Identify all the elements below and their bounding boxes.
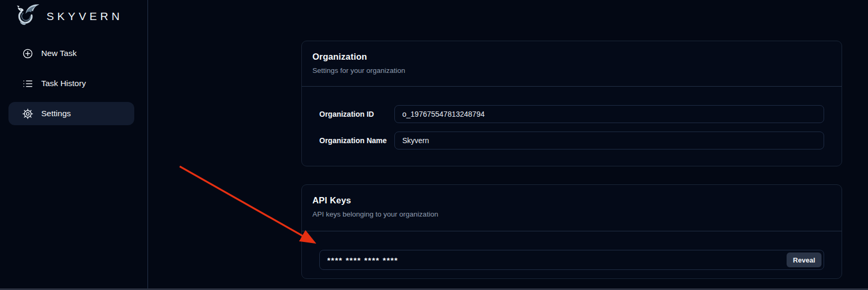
skyvern-dragon-logo-icon bbox=[13, 2, 40, 31]
sidebar-item-new-task[interactable]: New Task bbox=[0, 42, 147, 65]
organization-name-label: Organization Name bbox=[319, 136, 394, 145]
sidebar-item-settings[interactable]: Settings bbox=[8, 102, 134, 125]
api-keys-card-header: API Keys API keys belonging to your orga… bbox=[302, 185, 842, 231]
plus-circle-icon bbox=[22, 48, 33, 59]
sidebar-item-label: Settings bbox=[41, 109, 71, 118]
organization-card-body: Organization ID Organization Name bbox=[302, 87, 842, 149]
api-key-masked-input[interactable] bbox=[319, 250, 824, 270]
gear-icon bbox=[22, 108, 33, 119]
organization-card-subtitle: Settings for your organization bbox=[312, 67, 829, 74]
organization-name-input[interactable] bbox=[394, 132, 824, 149]
organization-card-title: Organization bbox=[312, 52, 829, 62]
api-key-field: Reveal bbox=[319, 250, 824, 270]
sidebar: SKYVERN New Task Task History bbox=[0, 0, 148, 290]
organization-card-header: Organization Settings for your organizat… bbox=[302, 41, 842, 87]
organization-id-row: Organization ID bbox=[319, 105, 824, 123]
brand-name: SKYVERN bbox=[47, 10, 123, 23]
api-keys-card: API Keys API keys belonging to your orga… bbox=[301, 184, 842, 279]
organization-id-label: Organization ID bbox=[319, 110, 394, 118]
reveal-button[interactable]: Reveal bbox=[787, 252, 821, 267]
organization-card: Organization Settings for your organizat… bbox=[301, 41, 842, 166]
api-keys-card-title: API Keys bbox=[312, 195, 829, 205]
list-icon bbox=[22, 78, 33, 89]
sidebar-item-label: Task History bbox=[41, 79, 86, 88]
api-keys-card-body: Reveal bbox=[302, 231, 842, 270]
sidebar-nav: New Task Task History bbox=[0, 42, 147, 132]
sidebar-item-task-history[interactable]: Task History bbox=[0, 72, 147, 95]
brand-header: SKYVERN bbox=[0, 0, 147, 32]
organization-name-row: Organization Name bbox=[319, 132, 824, 149]
sidebar-item-label: New Task bbox=[41, 49, 77, 58]
api-keys-card-subtitle: API keys belonging to your organization bbox=[312, 210, 829, 218]
organization-id-input[interactable] bbox=[394, 105, 824, 123]
